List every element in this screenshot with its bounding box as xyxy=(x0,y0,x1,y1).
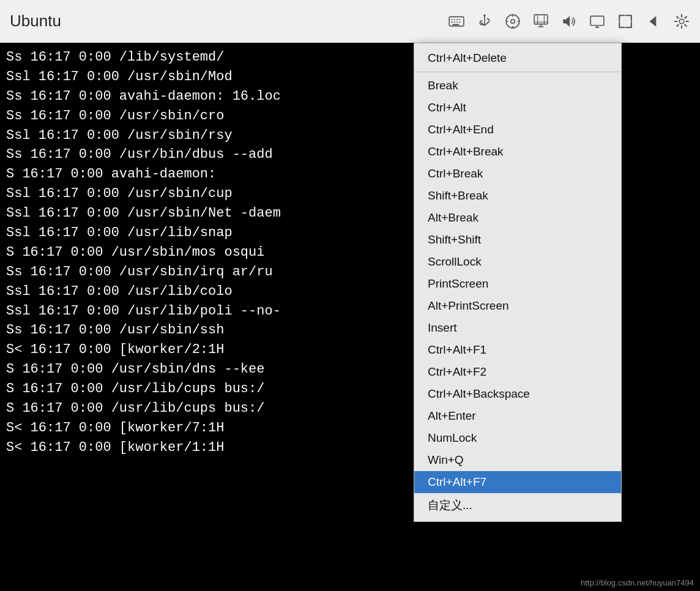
menu-item[interactable]: PrintScreen xyxy=(414,273,621,295)
menu-item[interactable]: Win+Q xyxy=(414,449,621,471)
display-icon[interactable] xyxy=(589,13,606,30)
menu-separator xyxy=(414,72,621,72)
menu-item[interactable]: Insert xyxy=(414,317,621,339)
usb-icon[interactable] xyxy=(476,13,493,30)
svg-marker-10 xyxy=(483,15,486,17)
svg-point-29 xyxy=(679,19,684,24)
menu-item[interactable]: Alt+PrintScreen xyxy=(414,295,621,317)
context-menu: Ctrl+Alt+DeleteBreakCtrl+AltCtrl+Alt+End… xyxy=(414,43,622,522)
menu-item[interactable]: Ctrl+Alt+End xyxy=(414,119,621,141)
menu-item[interactable]: Ctrl+Alt+Break xyxy=(414,141,621,163)
menu-item[interactable]: Ctrl+Alt+F7 xyxy=(414,471,621,493)
menu-item[interactable]: Ctrl+Alt+Delete xyxy=(414,47,621,69)
menu-item[interactable]: 自定义... xyxy=(414,493,621,518)
fullscreen-icon[interactable] xyxy=(617,13,634,30)
svg-rect-17 xyxy=(534,15,548,24)
titlebar: Ubuntu xyxy=(0,0,700,43)
menu-item[interactable]: Alt+Break xyxy=(414,207,621,229)
cd-icon[interactable] xyxy=(504,13,521,30)
menu-item[interactable]: Alt+Enter xyxy=(414,405,621,427)
menu-item[interactable]: Ctrl+Alt+Backspace xyxy=(414,383,621,405)
menu-item[interactable]: Ctrl+Break xyxy=(414,163,621,185)
audio-icon[interactable] xyxy=(560,13,578,30)
watermark: http://blog.csdn.net/huyuan7494 xyxy=(581,578,694,587)
toolbar-icons xyxy=(448,13,690,30)
gear-icon[interactable] xyxy=(673,13,690,30)
menu-item[interactable]: NumLock xyxy=(414,427,621,449)
keyboard-icon[interactable] xyxy=(448,13,465,30)
menu-item[interactable]: Ctrl+Alt+F2 xyxy=(414,361,621,383)
menu-item[interactable]: Ctrl+Alt+F1 xyxy=(414,339,621,361)
menu-item[interactable]: Shift+Shift xyxy=(414,229,621,251)
svg-rect-27 xyxy=(619,15,631,28)
arrow-left-icon[interactable] xyxy=(645,13,662,30)
svg-rect-24 xyxy=(590,16,604,25)
svg-point-12 xyxy=(511,19,515,23)
svg-marker-28 xyxy=(650,16,657,26)
svg-marker-23 xyxy=(563,16,570,26)
window-title: Ubuntu xyxy=(10,12,61,31)
menu-item[interactable]: ScrollLock xyxy=(414,251,621,273)
menu-item[interactable]: Ctrl+Alt xyxy=(414,97,621,119)
network-icon[interactable] xyxy=(532,13,549,30)
menu-item[interactable]: Shift+Break xyxy=(414,185,621,207)
menu-item[interactable]: Break xyxy=(414,75,621,97)
